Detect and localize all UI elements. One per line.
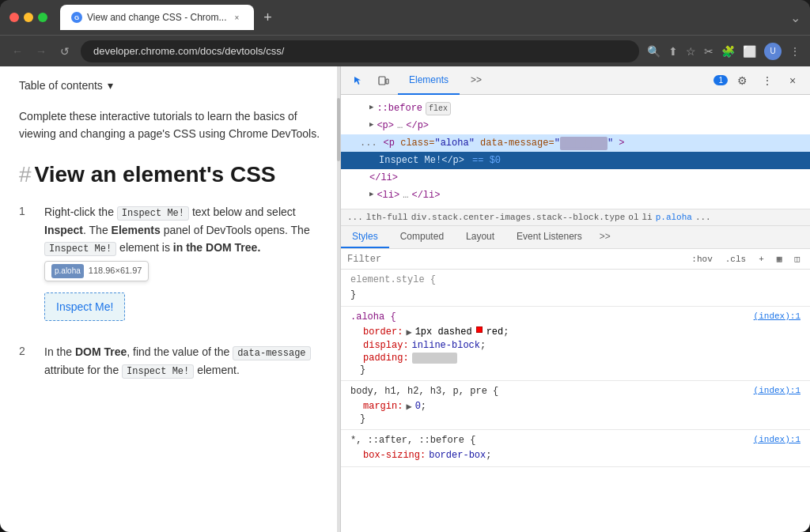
border-color-swatch[interactable]: [476, 326, 483, 333]
prop-padding-value: [412, 353, 458, 364]
tab-more[interactable]: >>: [460, 66, 493, 95]
filter-input[interactable]: [347, 254, 681, 265]
notification-badge: 1: [713, 75, 728, 85]
aloha-selector-text: .aloha {: [350, 311, 396, 323]
filter-buttons: :hov .cls + ▦ ◫: [687, 252, 804, 266]
tab-elements[interactable]: Elements: [398, 66, 460, 95]
prop-box-sizing-name: box-sizing:: [363, 450, 426, 461]
flex-badge: flex: [426, 102, 451, 115]
step-content-1: Right-click the Inspect Me! text below a…: [44, 203, 321, 321]
expand-arrow-before[interactable]: ▶: [369, 103, 373, 114]
breadcrumb-li[interactable]: li: [642, 213, 652, 222]
back-button[interactable]: ←: [9, 45, 25, 58]
devtools-more-icon[interactable]: ⋮: [756, 70, 778, 92]
forward-button[interactable]: →: [33, 45, 49, 58]
breadcrumb-ellipsis[interactable]: ...: [347, 213, 363, 222]
dom-tag-li-close-2: </li>: [411, 188, 440, 202]
breadcrumb-lth-full[interactable]: lth-full: [366, 213, 408, 222]
devtools-settings-icon[interactable]: ⚙: [731, 70, 753, 92]
styles-tab-styles[interactable]: Styles: [341, 226, 389, 248]
scissors-icon[interactable]: ✂: [704, 45, 713, 58]
css-prop-padding: padding:: [350, 352, 801, 364]
css-prop-box-sizing: box-sizing: border-box;: [350, 449, 801, 462]
device-toggle-icon[interactable]: [373, 70, 395, 92]
devtools-toolbar: Elements >> 1 ⚙ ⋮ ×: [341, 66, 810, 95]
scrollbar-track[interactable]: [337, 66, 340, 532]
universal-source-link[interactable]: (index):1: [754, 435, 801, 444]
prop-padding-name: padding:: [363, 353, 409, 364]
prop-margin-name: margin:: [363, 401, 403, 412]
dom-row-li-close[interactable]: </li>: [341, 169, 810, 187]
css-rule-aloha: .aloha { (index):1 border: ▶ 1px dashed …: [341, 307, 810, 381]
bookmark-icon[interactable]: ☆: [686, 45, 696, 58]
search-icon[interactable]: 🔍: [647, 45, 660, 58]
element-selector-icon[interactable]: [347, 70, 369, 92]
dom-dollar-zero: == $0: [472, 153, 501, 168]
tooltip-overlay: p.aloha 118.96×61.97: [44, 261, 321, 281]
dom-row-aloha-open[interactable]: ... <p class="aloha" data-message="█████…: [341, 134, 810, 152]
dom-row-p[interactable]: ▶ <p> … </p>: [341, 117, 810, 134]
main-content: Table of contents ▾ Complete these inter…: [0, 66, 810, 532]
tab-close-button[interactable]: ×: [232, 12, 243, 23]
cls-button[interactable]: .cls: [721, 253, 750, 266]
address-input[interactable]: [81, 40, 639, 62]
toc-header[interactable]: Table of contents ▾: [19, 79, 321, 92]
scrollbar-thumb[interactable]: [337, 98, 340, 161]
step-list: 1 Right-click the Inspect Me! text below…: [19, 203, 321, 380]
dom-row-inspect-me[interactable]: Inspect Me!</p> == $0: [341, 152, 810, 169]
window-collapse-button[interactable]: ⌄: [790, 10, 801, 25]
address-bar: ← → ↺ 🔍 ⬆ ☆ ✂ 🧩 ⬜ U ⋮: [0, 35, 810, 66]
prop-border-value: 1px dashed: [415, 326, 472, 338]
close-traffic-light[interactable]: [9, 13, 19, 22]
page-panel: Table of contents ▾ Complete these inter…: [0, 66, 340, 532]
browser-window: G View and change CSS - Chrom... × + ⌄ ←…: [0, 0, 810, 532]
expand-arrow-li[interactable]: ▶: [369, 190, 373, 201]
refresh-button[interactable]: ↺: [57, 45, 73, 58]
devtools-close-icon[interactable]: ×: [782, 70, 804, 92]
share-icon[interactable]: ⬆: [668, 45, 678, 58]
expand-arrow-p[interactable]: ▶: [369, 120, 373, 131]
inline-code-inspect-me: Inspect Me!: [117, 206, 189, 221]
dom-row-before[interactable]: ▶ ::before flex: [341, 100, 810, 117]
css-selector-universal: *, ::after, ::before { (index):1: [350, 435, 801, 446]
user-avatar[interactable]: U: [764, 43, 782, 60]
styles-tab-layout[interactable]: Layout: [455, 226, 505, 248]
breadcrumb-more[interactable]: ...: [695, 213, 711, 222]
step-number-1: 1: [19, 203, 32, 321]
universal-selector-text: *, ::after, ::before {: [350, 435, 475, 446]
computed-sidebar-icon[interactable]: ▦: [773, 252, 786, 266]
dom-row-li[interactable]: ▶ <li> … </li>: [341, 187, 810, 204]
breadcrumb-p-aloha[interactable]: p.aloha: [656, 213, 692, 222]
css-rule-universal: *, ::after, ::before { (index):1 box-siz…: [341, 430, 810, 467]
extensions-icon[interactable]: 🧩: [721, 45, 735, 58]
step-item-2: 2 In the DOM Tree, find the value of the…: [19, 343, 321, 379]
body-source-link[interactable]: (index):1: [754, 386, 801, 395]
inspect-me-button[interactable]: Inspect Me!: [56, 300, 113, 313]
breadcrumb-ol[interactable]: ol: [628, 213, 638, 222]
css-prop-margin: margin: ▶ 0;: [350, 400, 801, 413]
maximize-traffic-light[interactable]: [38, 13, 47, 22]
add-style-button[interactable]: +: [755, 253, 768, 266]
breadcrumb-div[interactable]: div.stack.center-images.stack--block.typ…: [411, 213, 626, 222]
active-tab[interactable]: G View and change CSS - Chrom... ×: [60, 5, 254, 30]
aloha-source-link[interactable]: (index):1: [754, 311, 801, 321]
new-tab-button[interactable]: +: [257, 6, 279, 28]
styles-tab-computed[interactable]: Computed: [389, 226, 455, 248]
hov-button[interactable]: :hov: [687, 253, 716, 266]
prop-border-arrow[interactable]: ▶: [406, 326, 411, 338]
css-rule-body: body, h1, h2, h3, p, pre { (index):1 mar…: [341, 381, 810, 430]
styles-tab-event-listeners[interactable]: Event Listeners: [505, 226, 593, 248]
svg-rect-1: [386, 79, 388, 84]
styles-tab-more[interactable]: >>: [593, 226, 617, 248]
browser-menu-icon[interactable]: ⋮: [789, 45, 801, 58]
prop-box-sizing-value: border-box;: [429, 450, 491, 461]
prop-margin-arrow[interactable]: ▶: [406, 401, 411, 413]
dom-tag-p-open: <p>: [377, 119, 394, 133]
dom-tag-li-open: <li>: [377, 188, 399, 202]
dom-text-inspect-me: Inspect Me!</p>: [379, 153, 464, 168]
inspect-me-wrapper: Inspect Me!: [44, 292, 125, 321]
toggle-sidebar-icon[interactable]: ◫: [790, 252, 804, 266]
profile-window-icon[interactable]: ⬜: [743, 45, 756, 58]
title-bar: G View and change CSS - Chrom... × + ⌄: [0, 0, 810, 35]
minimize-traffic-light[interactable]: [24, 13, 33, 22]
